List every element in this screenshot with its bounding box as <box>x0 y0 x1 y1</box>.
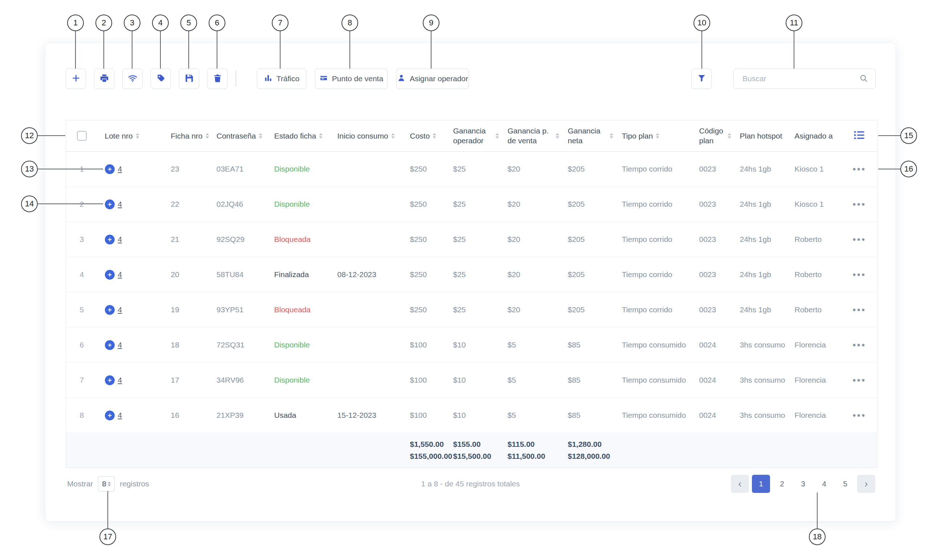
callout-line <box>75 31 76 69</box>
codigo-plan-cell: 0023 <box>692 187 733 222</box>
column-header-costo[interactable]: Costo <box>403 121 446 151</box>
delete-button[interactable] <box>207 69 227 89</box>
save-button[interactable] <box>179 69 199 89</box>
callout-3: 3 <box>124 14 140 31</box>
contrasena-cell: 34RV96 <box>209 363 267 398</box>
table-row: 5 4 19 93YP51 Bloqueada $250 $25 $20 $20… <box>66 292 877 327</box>
estado-cell: Usada <box>267 398 330 433</box>
column-header-ganancia-neta[interactable]: Ganancia neta <box>561 121 615 151</box>
sort-icon[interactable] <box>728 133 731 139</box>
table-row: 3 4 21 92SQ29 Bloqueada $250 $25 $20 $20… <box>66 222 877 257</box>
row-menu-button[interactable]: ••• <box>853 410 866 420</box>
column-header-tipo-plan[interactable]: Tipo plan <box>615 121 692 151</box>
ganancia-p-venta-cell: $20 <box>500 187 561 222</box>
filter-icon <box>697 73 707 84</box>
costo-cell: $100 <box>403 398 446 433</box>
pagination-prev-button[interactable]: ‹ <box>731 475 749 493</box>
column-header-ficha-nro[interactable]: Ficha nro <box>164 121 209 151</box>
wifi-button[interactable] <box>122 69 143 89</box>
sort-icon[interactable] <box>391 133 395 139</box>
add-button[interactable] <box>66 69 86 89</box>
estado-value: Disponible <box>274 200 310 208</box>
ganancia-operador-cell: $25 <box>446 222 500 257</box>
column-settings-button[interactable] <box>854 130 865 141</box>
sort-icon[interactable] <box>259 133 262 139</box>
expand-row-button[interactable] <box>105 199 115 209</box>
lote-link[interactable]: 4 <box>118 165 122 173</box>
select-all-checkbox[interactable] <box>77 131 87 141</box>
pagination-page-1[interactable]: 1 <box>752 475 770 493</box>
traffic-button[interactable]: Tráfico <box>257 69 306 89</box>
expand-row-button[interactable] <box>105 235 115 245</box>
lote-link[interactable]: 4 <box>118 376 122 384</box>
sort-icon[interactable] <box>136 133 140 139</box>
row-menu-button[interactable]: ••• <box>853 304 866 314</box>
sort-icon[interactable] <box>495 133 499 139</box>
estado-value: Disponible <box>274 341 310 349</box>
pagination-page-3[interactable]: 3 <box>794 475 812 493</box>
expand-row-button[interactable] <box>105 340 115 350</box>
sort-icon[interactable] <box>432 133 436 139</box>
sort-icon[interactable] <box>656 133 659 139</box>
lote-cell: 4 <box>98 151 164 187</box>
asignado-cell: Florencia <box>788 398 842 433</box>
column-header-codigo-plan[interactable]: Código plan <box>692 121 733 151</box>
table-row: 6 4 18 72SQ31 Disponible $100 $10 $5 $85… <box>66 327 877 363</box>
ganancia-p-venta-cell: $5 <box>500 363 561 398</box>
table-row: 2 4 22 02JQ46 Disponible $250 $25 $20 $2… <box>66 187 877 222</box>
totals-row: $1,550.00$155,000.00 $155.00$15,500.00 $… <box>66 433 877 468</box>
column-header-lote-nro[interactable]: Lote nro <box>98 121 164 151</box>
lote-link[interactable]: 4 <box>118 200 122 208</box>
sort-icon[interactable] <box>610 133 613 139</box>
row-menu-button[interactable]: ••• <box>853 340 866 350</box>
page-size-value: 8 <box>102 479 106 488</box>
sort-icon[interactable] <box>205 133 209 139</box>
contrasena-cell: 93YP51 <box>209 292 267 327</box>
callout-1: 1 <box>67 14 84 31</box>
tag-button[interactable] <box>150 69 171 89</box>
row-menu-button[interactable]: ••• <box>853 375 866 385</box>
ficha-cell: 23 <box>164 151 209 187</box>
contrasena-cell: 02JQ46 <box>209 187 267 222</box>
expand-row-button[interactable] <box>105 410 115 420</box>
callout-line <box>217 31 218 69</box>
column-header-estado-ficha[interactable]: Estado ficha <box>267 121 330 151</box>
totals-ganancia-operador: $155.00$15,500.00 <box>446 433 500 468</box>
ganancia-operador-cell: $25 <box>446 292 500 327</box>
expand-row-button[interactable] <box>105 305 115 315</box>
row-menu-button[interactable]: ••• <box>853 234 866 244</box>
callout-line <box>38 203 103 204</box>
sort-icon[interactable] <box>556 133 559 139</box>
lote-link[interactable]: 4 <box>118 305 122 314</box>
row-menu-button[interactable]: ••• <box>853 164 866 174</box>
expand-row-button[interactable] <box>105 164 115 174</box>
column-header-ganancia-operador[interactable]: Ganancia operador <box>446 121 500 151</box>
page-size-select[interactable]: 8 <box>98 476 115 491</box>
lote-link[interactable]: 4 <box>118 270 122 279</box>
row-index: 3 <box>66 222 98 257</box>
print-button[interactable] <box>94 69 114 89</box>
sort-icon[interactable] <box>319 133 323 139</box>
lote-link[interactable]: 4 <box>118 411 122 420</box>
column-header-contrasena[interactable]: Contraseña <box>209 121 267 151</box>
lote-link[interactable]: 4 <box>118 235 122 244</box>
assign-operator-button[interactable]: Asignar operador <box>396 69 469 89</box>
codigo-plan-cell: 0024 <box>692 363 733 398</box>
expand-row-button[interactable] <box>105 375 115 385</box>
plan-hotspot-cell: 24hs 1gb <box>733 151 788 187</box>
pagination-page-2[interactable]: 2 <box>773 475 791 493</box>
column-header-inicio-consumo[interactable]: Inicio consumo <box>330 121 403 151</box>
callout-15: 15 <box>900 127 917 144</box>
filter-button[interactable] <box>691 69 711 89</box>
pagination-page-5[interactable]: 5 <box>836 475 854 493</box>
pagination-page-4[interactable]: 4 <box>815 475 833 493</box>
lote-link[interactable]: 4 <box>118 341 122 349</box>
column-header-ganancia-p-de-venta[interactable]: Ganancia p. de venta <box>500 121 561 151</box>
search-input[interactable] <box>742 74 859 83</box>
row-menu-button[interactable]: ••• <box>853 199 866 209</box>
row-menu-button[interactable]: ••• <box>853 269 866 279</box>
pagination-next-button[interactable]: › <box>857 475 875 493</box>
operator-icon <box>397 73 406 84</box>
point-of-sale-button[interactable]: Punto de venta <box>315 69 388 89</box>
expand-row-button[interactable] <box>105 270 115 280</box>
